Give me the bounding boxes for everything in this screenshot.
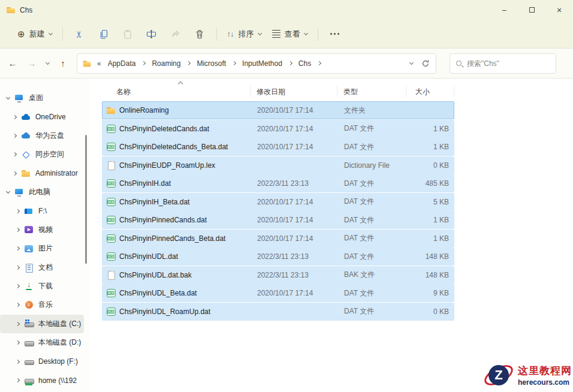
sidebar-item-local-disk-d[interactable]: 本地磁盘 (D:) [0,333,84,352]
music-icon [24,300,34,310]
chevron-right-icon[interactable] [16,209,20,213]
chevron-right-icon[interactable] [16,246,20,251]
column-divider[interactable] [337,86,337,97]
network-drive-icon [24,376,34,385]
address-dropdown-button[interactable] [409,60,414,64]
folder-icon [21,168,31,178]
chevron-right-icon[interactable] [13,152,17,156]
back-button[interactable]: ← [4,55,22,73]
chevron-right-icon[interactable] [16,378,20,382]
sidebar-item-documents[interactable]: 文档 [0,258,84,277]
file-row[interactable]: ChsPinyinIH_Beta.dat 2020/10/17 17:14 DA… [102,193,454,211]
column-header-name[interactable]: 名称 [116,87,131,97]
breadcrumb-overflow[interactable]: « [97,59,101,68]
chevron-right-icon[interactable] [13,134,17,138]
chevron-right-icon [232,61,236,65]
sidebar-item-administrator[interactable]: Administrator [0,164,84,183]
file-name: ChsPinyinPinnedCands.dat [119,216,257,224]
breadcrumb-item[interactable]: Microsoft [195,58,227,69]
sidebar-item-desktop-drive-f[interactable]: Desktop (F:) [0,352,84,370]
breadcrumb-item[interactable]: AppData [107,58,137,69]
chevron-right-icon[interactable] [16,303,20,307]
sidebar-item-this-pc[interactable]: 此电脑 [0,183,84,201]
breadcrumb-item[interactable]: Chs [297,58,312,69]
column-divider[interactable] [406,86,406,97]
file-row[interactable]: ChsPinyinUDL.dat 2022/3/11 23:13 DAT 文件 … [102,248,454,266]
column-header-type[interactable]: 类型 [343,87,358,97]
sidebar-scrollbar[interactable] [85,135,87,264]
address-bar[interactable]: « AppData Roaming Microsoft InputMethod … [77,53,436,74]
file-size: 1 KB [413,216,454,224]
column-header-date[interactable]: 修改日期 [257,87,285,97]
sidebar-item-sync-space[interactable]: 同步空间 [0,145,84,164]
refresh-button[interactable] [421,59,430,68]
sidebar-item-huawei-cloud[interactable]: 华为云盘 [0,126,84,145]
paste-button[interactable] [116,24,140,44]
sidebar-item-desktop[interactable]: 桌面 [0,89,84,107]
chevron-right-icon[interactable] [16,228,20,232]
watermark-site-url: herecours.com [518,378,572,387]
view-button[interactable]: 查看 [267,24,313,44]
forward-button[interactable]: → [23,55,41,73]
sort-button[interactable]: ↑↓ 排序 [222,24,267,44]
sidebar-item-onedrive[interactable]: OneDrive [0,107,84,126]
file-size: 148 KB [413,252,454,261]
rename-button[interactable] [140,24,164,44]
column-divider[interactable] [250,86,251,97]
new-button[interactable]: ⊕ 新建 [12,24,58,44]
up-button[interactable]: ↑ [54,55,72,73]
file-row[interactable]: ChsPinyinDeletedCands.dat 2020/10/17 17:… [102,120,454,138]
file-size: 0 KB [413,307,454,316]
cut-button[interactable]: ✂ [68,24,92,44]
file-row[interactable]: ChsPinyinUDL.dat.bak 2022/3/11 23:13 BAK… [102,266,454,284]
file-row[interactable]: ChsPinyinPinnedCands_Beta.dat 2020/10/17… [102,230,454,248]
sidebar-item-pictures[interactable]: 图片 [0,239,84,258]
file-type: DAT 文件 [344,123,413,134]
sidebar-item-downloads[interactable]: 下载 [0,277,84,295]
chevron-right-icon[interactable] [13,171,17,176]
sidebar-item-local-disk-c[interactable]: 本地磁盘 (C:) [0,315,84,333]
chevron-right-icon[interactable] [16,284,20,288]
chevron-right-icon[interactable] [16,360,20,364]
view-button-label: 查看 [285,29,300,40]
chevron-right-icon[interactable] [16,266,20,270]
chevron-right-icon[interactable] [16,340,20,345]
file-row[interactable]: ChsPinyinPinnedCands.dat 2020/10/17 17:1… [102,211,454,229]
address-row: ← → ↑ « AppData Roaming Microsoft InputM… [0,49,573,79]
chevron-down-icon[interactable] [6,95,10,99]
recent-locations-button[interactable] [42,55,53,73]
delete-button[interactable] [188,24,212,44]
chevron-down-icon[interactable] [6,189,10,194]
file-row[interactable]: ChsPinyinIH.dat 2022/3/11 23:13 DAT 文件 4… [102,174,454,192]
breadcrumb-item[interactable]: InputMethod [241,58,284,69]
column-divider[interactable] [454,86,454,97]
chevron-right-icon [288,61,292,65]
file-row[interactable]: ChsPinyinUDL_RoamUp.dat DAT 文件 0 KB [102,303,454,321]
more-options-button[interactable] [323,24,347,44]
chevron-right-icon[interactable] [16,322,20,326]
breadcrumb-item[interactable]: Roaming [150,58,182,69]
copy-button[interactable] [92,24,116,44]
sync-space-icon [21,150,31,159]
file-date: 2020/10/17 17:14 [257,198,344,206]
file-row[interactable]: ChsPinyinEUDP_RoamUp.lex Dictionary File… [102,156,454,174]
minimize-button[interactable]: − [490,0,518,20]
sidebar-item-music[interactable]: 音乐 [0,295,84,314]
watermark-text: 这里教程网 herecours.com [518,364,572,387]
toolbar-divider [216,28,217,41]
search-box[interactable] [450,53,556,74]
column-header-size[interactable]: 大小 [415,87,430,97]
sidebar-item-videos[interactable]: 视频 [0,221,84,239]
chevron-right-icon[interactable] [13,115,17,119]
search-input[interactable] [467,59,545,68]
file-row[interactable]: OnlineRoaming 2020/10/17 17:14 文件夹 [102,101,454,119]
maximize-button[interactable] [518,0,545,20]
watermark-letter: Z [488,365,509,385]
file-row[interactable]: ChsPinyinDeletedCands_Beta.dat 2020/10/1… [102,138,454,156]
sidebar-item-drive-f-partition[interactable]: F:\ [0,201,84,220]
file-row[interactable]: ChsPinyinUDL_Beta.dat 2020/10/17 17:14 D… [102,284,454,302]
drive-icon [24,357,34,366]
sidebar-item-home-network[interactable]: home (\\192 [0,371,84,390]
share-button[interactable] [164,24,188,44]
close-button[interactable]: × [545,0,573,20]
